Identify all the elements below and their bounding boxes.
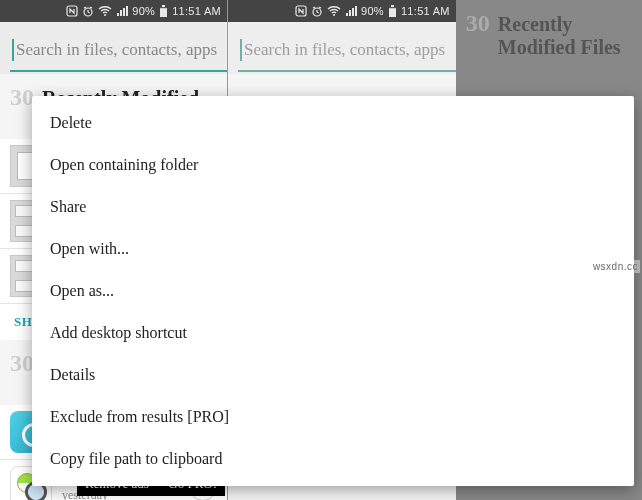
battery-percent: 90% — [361, 5, 384, 17]
watermark: wsxdn.cc — [591, 260, 640, 273]
context-menu: Delete Open containing folder Share Open… — [32, 96, 634, 486]
svg-rect-15 — [389, 7, 396, 8]
signal-icon — [116, 5, 128, 17]
menu-exclude-pro[interactable]: Exclude from results [PRO] — [32, 396, 634, 438]
wifi-icon — [327, 5, 341, 17]
menu-delete[interactable]: Delete — [32, 102, 634, 144]
svg-point-2 — [104, 14, 106, 16]
menu-open-containing-folder[interactable]: Open containing folder — [32, 144, 634, 186]
nfc-icon — [295, 5, 307, 17]
menu-details[interactable]: Details — [32, 354, 634, 396]
menu-copy-path[interactable]: Copy file path to clipboard — [32, 438, 634, 480]
recent-apps-count: 30 — [10, 350, 34, 377]
text-cursor — [12, 39, 14, 61]
svg-rect-4 — [162, 5, 165, 7]
clock-time: 11:51 AM — [401, 5, 450, 17]
menu-open-with[interactable]: Open with... — [32, 228, 634, 270]
text-cursor — [240, 39, 242, 61]
menu-open-as[interactable]: Open as... — [32, 270, 634, 312]
status-bar: 90% 11:51 AM — [0, 0, 227, 22]
recent-files-title: Recently Modified Files — [498, 13, 632, 59]
signal-icon — [345, 5, 357, 17]
search-field[interactable] — [10, 30, 228, 72]
search-input[interactable] — [244, 40, 454, 60]
battery-icon — [159, 5, 168, 18]
svg-point-12 — [333, 14, 335, 16]
svg-rect-14 — [391, 5, 394, 7]
alarm-icon — [82, 5, 94, 17]
svg-rect-5 — [160, 7, 167, 8]
search-input[interactable] — [16, 40, 226, 60]
wifi-icon — [98, 5, 112, 17]
nfc-icon — [66, 5, 78, 17]
battery-icon — [388, 5, 397, 18]
search-field[interactable] — [238, 30, 456, 72]
recent-files-count: 30 — [10, 84, 34, 111]
clock-time: 11:51 AM — [172, 5, 221, 17]
menu-share[interactable]: Share — [32, 186, 634, 228]
status-bar: 90% 11:51 AM — [228, 0, 456, 22]
recent-files-count: 30 — [466, 10, 490, 37]
search-bar — [228, 22, 456, 74]
svg-rect-13 — [389, 7, 396, 17]
menu-add-shortcut[interactable]: Add desktop shortcut — [32, 312, 634, 354]
alarm-icon — [311, 5, 323, 17]
battery-percent: 90% — [132, 5, 155, 17]
svg-rect-3 — [160, 7, 167, 17]
search-bar — [0, 22, 227, 74]
